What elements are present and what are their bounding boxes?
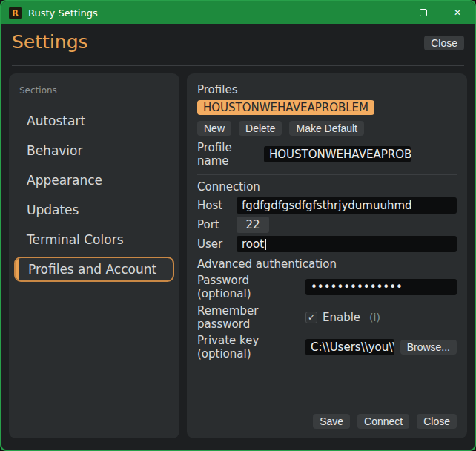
selected-profile-chip[interactable]: HOUSTONWEHAVEAPROBLEM [197, 100, 374, 115]
profiles-section-label: Profiles [197, 83, 457, 96]
section-divider [197, 174, 457, 175]
sidebar-item-autostart[interactable]: Autostart [9, 106, 179, 136]
page-header: Settings Close [1, 24, 475, 65]
password-label: Password (optional) [197, 274, 305, 300]
app-icon: R [9, 7, 22, 19]
user-label: User [197, 237, 237, 251]
enable-label: Enable [323, 311, 360, 324]
port-label: Port [197, 218, 237, 231]
sidebar-item-profiles-and-account[interactable]: Profiles and Account [14, 257, 174, 282]
port-input[interactable]: 22 [237, 217, 269, 233]
maximize-icon[interactable] [406, 1, 440, 24]
header-divider [12, 65, 464, 66]
sidebar-item-updates[interactable]: Updates [9, 195, 179, 225]
info-icon[interactable]: (i) [369, 312, 380, 323]
minimize-icon[interactable]: — [372, 1, 406, 24]
connection-section-label: Connection [197, 180, 457, 194]
sections-sidebar: Sections Autostart Behavior Appearance U… [9, 73, 179, 438]
host-label: Host [197, 199, 237, 212]
profile-name-input[interactable]: HOUSTONWEHAVEAPROBLEM [264, 146, 411, 162]
advanced-auth-section-label: Advanced authentication [197, 257, 457, 271]
private-key-input[interactable]: C:\\Users\\you\\.ssh [305, 339, 394, 355]
remember-password-checkbox[interactable]: ✓ [305, 312, 317, 323]
remember-password-label: Remember password [197, 304, 305, 331]
page-title: Settings [12, 31, 88, 53]
make-default-button[interactable]: Make Default [289, 121, 363, 136]
settings-window: R Rusty Settings — ✕ Settings Close Sect… [0, 0, 476, 451]
titlebar: R Rusty Settings — ✕ [1, 1, 475, 24]
text-cursor [265, 239, 266, 250]
profile-name-label: Profile name [197, 141, 264, 168]
user-input[interactable]: root [237, 236, 457, 252]
sidebar-item-label: Profiles and Account [28, 262, 156, 277]
header-close-button[interactable]: Close [424, 36, 464, 50]
close-icon[interactable]: ✕ [440, 1, 475, 24]
host-input[interactable]: fgdfgdfgsdfgfsthrjydumuuhmd [237, 197, 457, 214]
private-key-label: Private key (optional) [197, 334, 305, 361]
profiles-panel: Profiles HOUSTONWEHAVEAPROBLEM New Delet… [187, 73, 467, 438]
new-profile-button[interactable]: New [197, 121, 231, 136]
delete-profile-button[interactable]: Delete [239, 121, 282, 136]
selected-accent-bar [16, 258, 19, 280]
connect-button[interactable]: Connect [357, 414, 409, 429]
footer-close-button[interactable]: Close [417, 414, 457, 429]
sections-label: Sections [9, 73, 179, 96]
sidebar-item-terminal-colors[interactable]: Terminal Colors [9, 225, 179, 254]
window-controls: — ✕ [372, 1, 475, 24]
browse-button[interactable]: Browse... [400, 340, 457, 355]
user-input-value: root [242, 237, 264, 251]
window-title: Rusty Settings [28, 7, 98, 19]
sidebar-item-appearance[interactable]: Appearance [9, 165, 179, 195]
save-button[interactable]: Save [313, 414, 350, 429]
sidebar-item-behavior[interactable]: Behavior [9, 136, 179, 165]
password-input[interactable]: •••••••••••••• [305, 279, 457, 295]
